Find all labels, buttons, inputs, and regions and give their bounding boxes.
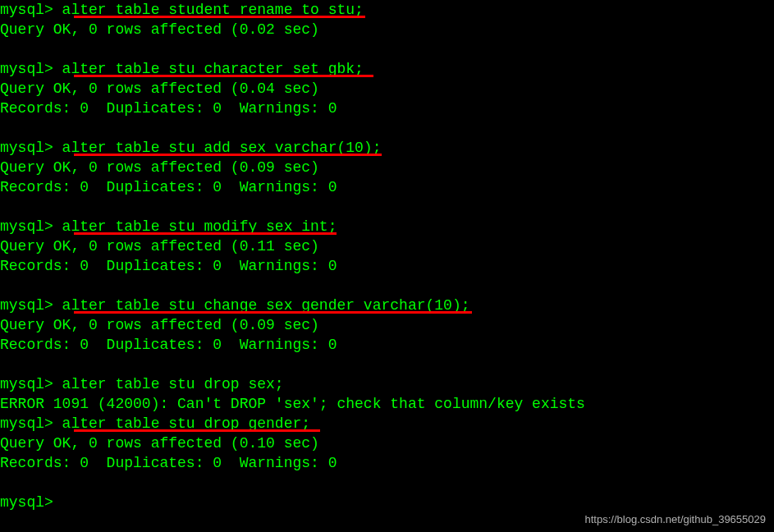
terminal-window[interactable]: mysql> alter table student rename to stu…	[0, 0, 774, 532]
blank-line	[0, 355, 774, 374]
highlight-underline	[74, 232, 337, 235]
output-line: Query OK, 0 rows affected (0.09 sec)	[0, 315, 774, 335]
command-line: mysql> alter table stu change sex gender…	[0, 296, 774, 315]
watermark-text: https://blog.csdn.net/github_39655029	[585, 513, 766, 525]
command-line: mysql> alter table student rename to stu…	[0, 0, 774, 20]
command-line: mysql> alter table stu add sex varchar(1…	[0, 138, 774, 158]
output-line: Records: 0 Duplicates: 0 Warnings: 0	[0, 177, 774, 197]
blank-line	[0, 118, 774, 138]
blank-line	[0, 473, 774, 493]
blank-line	[0, 276, 774, 296]
output-line: Records: 0 Duplicates: 0 Warnings: 0	[0, 99, 774, 118]
output-line: Query OK, 0 rows affected (0.04 sec)	[0, 79, 774, 99]
output-line: Query OK, 0 rows affected (0.11 sec)	[0, 236, 774, 256]
output-line: Query OK, 0 rows affected (0.10 sec)	[0, 433, 774, 453]
highlight-underline	[74, 154, 382, 156]
command-line: mysql> alter table stu modify sex int;	[0, 217, 774, 236]
output-line: Query OK, 0 rows affected (0.09 sec)	[0, 158, 774, 177]
command-line: mysql> alter table stu drop gender;	[0, 414, 774, 433]
output-line: ERROR 1091 (42000): Can't DROP 'sex'; ch…	[0, 394, 774, 414]
highlight-underline	[74, 75, 373, 77]
output-line: Query OK, 0 rows affected (0.02 sec)	[0, 20, 774, 39]
output-line: Records: 0 Duplicates: 0 Warnings: 0	[0, 335, 774, 355]
output-line: Records: 0 Duplicates: 0 Warnings: 0	[0, 453, 774, 473]
output-line: Records: 0 Duplicates: 0 Warnings: 0	[0, 256, 774, 276]
prompt-line: mysql>	[0, 493, 774, 512]
highlight-underline	[74, 311, 472, 314]
command-line: mysql> alter table stu character set gbk…	[0, 59, 774, 79]
command-line: mysql> alter table stu drop sex;	[0, 374, 774, 394]
blank-line	[0, 39, 774, 59]
highlight-underline	[74, 16, 365, 18]
blank-line	[0, 197, 774, 217]
highlight-underline	[74, 429, 320, 432]
